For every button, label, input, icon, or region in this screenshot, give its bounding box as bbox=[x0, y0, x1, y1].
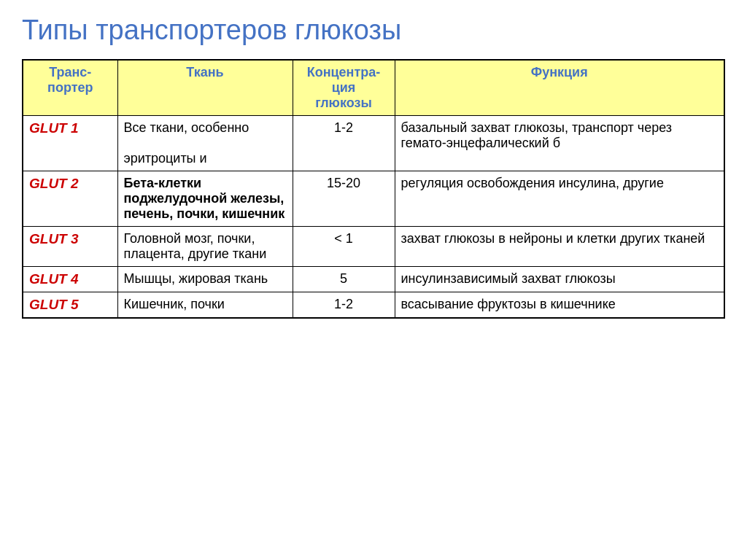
cell-concentration-glut4: 5 bbox=[293, 267, 395, 292]
cell-concentration-glut3: < 1 bbox=[293, 227, 395, 267]
cell-transporter-glut5: GLUT 5 bbox=[23, 292, 117, 319]
table-header-row: Транс- портер Ткань Концентра- ция глюко… bbox=[23, 60, 724, 116]
glut-label-glut3: GLUT 3 bbox=[29, 231, 79, 246]
cell-transporter-glut1: GLUT 1 bbox=[23, 116, 117, 171]
glut-label-glut5: GLUT 5 bbox=[29, 297, 79, 312]
table-row: GLUT 4Мышцы, жировая ткань5инсулинзависи… bbox=[23, 267, 724, 292]
cell-function-glut3: захват глюкозы в нейроны и клетки других… bbox=[395, 227, 724, 267]
cell-concentration-glut1: 1-2 bbox=[293, 116, 395, 171]
cell-tissue-glut3: Головной мозг, почки, плацента, другие т… bbox=[117, 227, 293, 267]
table-row: GLUT 1Все ткани, особенно эритроциты и1-… bbox=[23, 116, 724, 171]
header-function: Функция bbox=[395, 60, 724, 116]
table-row: GLUT 3Головной мозг, почки, плацента, др… bbox=[23, 227, 724, 267]
cell-tissue-glut2: Бета-клетки поджелудочной железы, печень… bbox=[117, 171, 293, 227]
cell-function-glut4: инсулинзависимый захват глюкозы bbox=[395, 267, 724, 292]
cell-tissue-glut1: Все ткани, особенно эритроциты и bbox=[117, 116, 293, 171]
cell-function-glut2: регуляция освобождения инсулина, другие bbox=[395, 171, 724, 227]
table-row: GLUT 5Кишечник, почки1-2всасывание фрукт… bbox=[23, 292, 724, 319]
header-transporter: Транс- портер bbox=[23, 60, 117, 116]
cell-concentration-glut5: 1-2 bbox=[293, 292, 395, 319]
cell-concentration-glut2: 15-20 bbox=[293, 171, 395, 227]
cell-transporter-glut3: GLUT 3 bbox=[23, 227, 117, 267]
cell-transporter-glut2: GLUT 2 bbox=[23, 171, 117, 227]
header-tissue: Ткань bbox=[117, 60, 293, 116]
cell-function-glut1: базальный захват глюкозы, транспорт чере… bbox=[395, 116, 724, 171]
glut-table: Транс- портер Ткань Концентра- ция глюко… bbox=[22, 59, 725, 319]
glut-label-glut4: GLUT 4 bbox=[29, 271, 79, 287]
page-title: Типы транспортеров глюкозы bbox=[22, 15, 725, 46]
table-row: GLUT 2Бета-клетки поджелудочной железы, … bbox=[23, 171, 724, 227]
cell-function-glut5: всасывание фруктозы в кишечнике bbox=[395, 292, 724, 319]
cell-transporter-glut4: GLUT 4 bbox=[23, 267, 117, 292]
cell-tissue-glut5: Кишечник, почки bbox=[117, 292, 293, 319]
header-concentration: Концентра- ция глюкозы bbox=[293, 60, 395, 116]
glut-label-glut1: GLUT 1 bbox=[29, 120, 79, 136]
glut-label-glut2: GLUT 2 bbox=[29, 176, 79, 191]
cell-tissue-glut4: Мышцы, жировая ткань bbox=[117, 267, 293, 292]
